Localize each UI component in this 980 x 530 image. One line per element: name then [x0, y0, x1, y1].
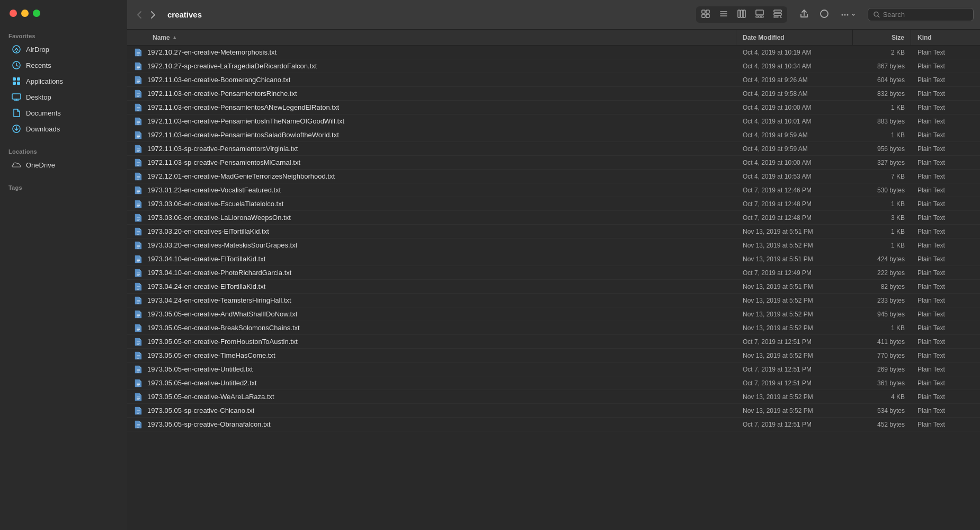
- file-row[interactable]: 1972.12.01-en-creative-MadGenieTerrorize…: [127, 170, 980, 183]
- file-icon: [133, 185, 143, 196]
- sidebar-item-desktop[interactable]: Desktop: [3, 90, 124, 104]
- file-row[interactable]: 1973.05.05-en-creative-BreakSolomonsChai…: [127, 321, 980, 335]
- file-kind: Plain Text: [911, 407, 980, 414]
- file-icon: [133, 47, 143, 58]
- svg-rect-22: [756, 16, 758, 17]
- file-name-text: 1973.03.20-en-creatives-MateskisSourGrap…: [147, 241, 297, 249]
- file-date: Oct 4, 2019 at 9:58 AM: [736, 90, 853, 98]
- file-row[interactable]: 1973.05.05-en-creative-WeAreLaRaza.txt N…: [127, 390, 980, 404]
- file-kind: Plain Text: [911, 352, 980, 359]
- file-row[interactable]: 1972.11.03-en-creative-PensamientorsRinc…: [127, 87, 980, 101]
- sidebar-item-applications[interactable]: Applications: [3, 74, 124, 89]
- col-kind-header[interactable]: Kind: [911, 30, 980, 45]
- file-kind: Plain Text: [911, 269, 980, 277]
- file-row[interactable]: 1973.03.20-en-creatives-MateskisSourGrap…: [127, 238, 980, 252]
- maximize-button[interactable]: [33, 10, 40, 17]
- file-icon: [133, 116, 143, 127]
- file-name-cell: 1972.11.03-sp-creative-PensamientosMiCar…: [127, 157, 736, 168]
- file-name-text: 1972.11.03-en-creative-BoomerangChicano.…: [147, 76, 290, 84]
- file-name-text: 1972.10.27-sp-creative-LaTragediaDeRicar…: [147, 62, 317, 70]
- file-row[interactable]: 1973.05.05-en-creative-Untitled.txt Oct …: [127, 363, 980, 376]
- col-date-header[interactable]: Date Modified: [736, 30, 853, 45]
- file-row[interactable]: 1973.04.10-en-creative-PhotoRichardGarci…: [127, 266, 980, 280]
- file-size: 1 KB: [853, 324, 911, 332]
- back-button[interactable]: [133, 8, 145, 21]
- sidebar-item-onedrive[interactable]: OneDrive: [3, 157, 124, 172]
- file-row[interactable]: 1972.11.03-en-creative-PensamientosInThe…: [127, 114, 980, 128]
- file-size: 361 bytes: [853, 379, 911, 387]
- svg-rect-12: [706, 10, 709, 13]
- file-row[interactable]: 1972.10.27-en-creative-Metemorphosis.txt…: [127, 46, 980, 59]
- file-row[interactable]: 1973.03.20-en-creatives-ElTortillaKid.tx…: [127, 225, 980, 238]
- svg-rect-27: [774, 16, 778, 17]
- sidebar-item-airdrop[interactable]: AirDrop: [3, 42, 124, 57]
- svg-rect-6: [17, 82, 20, 85]
- file-size: 411 bytes: [853, 338, 911, 346]
- documents-icon: [12, 108, 21, 118]
- svg-point-30: [844, 14, 846, 15]
- file-row[interactable]: 1973.03.06-en-creative-LaLloronaWeepsOn.…: [127, 211, 980, 225]
- file-icon: [133, 419, 143, 430]
- view-gallery-button[interactable]: [751, 7, 768, 22]
- file-icon: [133, 281, 143, 292]
- sidebar-item-label: Downloads: [26, 125, 60, 133]
- svg-rect-4: [17, 77, 20, 81]
- file-size: 2 KB: [853, 49, 911, 56]
- view-list-button[interactable]: [715, 7, 732, 22]
- sidebar-item-documents[interactable]: Documents: [3, 105, 124, 120]
- col-size-header[interactable]: Size: [853, 30, 911, 45]
- more-button[interactable]: [836, 8, 859, 22]
- file-icon: [133, 75, 143, 85]
- file-row[interactable]: 1973.05.05-en-creative-Untitled2.txt Oct…: [127, 376, 980, 390]
- file-name-text: 1972.11.03-sp-creative-PensamientorsVirg…: [147, 145, 298, 153]
- file-row[interactable]: 1973.05.05-en-creative-AndWhatShallIDoNo…: [127, 307, 980, 321]
- file-row[interactable]: 1972.10.27-sp-creative-LaTragediaDeRicar…: [127, 59, 980, 73]
- view-icons-button[interactable]: [697, 7, 714, 22]
- file-row[interactable]: 1973.04.10-en-creative-ElTortillaKid.txt…: [127, 252, 980, 266]
- file-row[interactable]: 1973.01.23-en-creative-VocalistFeatured.…: [127, 183, 980, 197]
- file-row[interactable]: 1973.03.06-en-creative-EscuelaTlatelolco…: [127, 197, 980, 211]
- tag-button[interactable]: [816, 7, 833, 23]
- file-row[interactable]: 1973.05.05-en-creative-TimeHasCome.txt N…: [127, 349, 980, 363]
- sidebar-item-downloads[interactable]: Downloads: [3, 121, 124, 136]
- file-kind: Plain Text: [911, 366, 980, 373]
- file-kind: Plain Text: [911, 49, 980, 56]
- airdrop-icon: [12, 45, 21, 54]
- file-row[interactable]: 1973.05.05-sp-creative-Chicano.txt Nov 1…: [127, 404, 980, 418]
- file-date: Oct 4, 2019 at 10:34 AM: [736, 63, 853, 70]
- sidebar-item-recents[interactable]: Recents: [3, 58, 124, 73]
- file-row[interactable]: 1973.04.24-en-creative-ElTortillaKid.txt…: [127, 280, 980, 294]
- view-columns-button[interactable]: [733, 7, 750, 22]
- svg-rect-19: [741, 10, 743, 17]
- svg-rect-7: [12, 94, 21, 99]
- file-size: 1 KB: [853, 228, 911, 235]
- file-row[interactable]: 1972.11.03-sp-creative-PensamientorsVirg…: [127, 142, 980, 156]
- search-input[interactable]: [883, 11, 968, 19]
- file-date: Oct 7, 2019 at 12:51 PM: [736, 421, 853, 428]
- file-row[interactable]: 1973.05.05-en-creative-FromHoustonToAust…: [127, 335, 980, 349]
- applications-icon: [12, 76, 21, 86]
- col-name-header[interactable]: Name ▲: [127, 30, 736, 45]
- file-icon: [133, 157, 143, 168]
- file-size: 7 KB: [853, 173, 911, 180]
- file-row[interactable]: 1973.04.24-en-creative-TeamstersHiringHa…: [127, 294, 980, 307]
- file-row[interactable]: 1973.05.05-sp-creative-Obranafalcon.txt …: [127, 418, 980, 431]
- file-row[interactable]: 1972.11.03-en-creative-BoomerangChicano.…: [127, 73, 980, 87]
- share-button[interactable]: [796, 7, 813, 23]
- file-row[interactable]: 1972.11.03-en-creative-PensamientosANewL…: [127, 101, 980, 114]
- close-button[interactable]: [10, 10, 17, 17]
- minimize-button[interactable]: [21, 10, 29, 17]
- file-name-text: 1973.03.20-en-creatives-ElTortillaKid.tx…: [147, 227, 269, 235]
- forward-button[interactable]: [147, 8, 159, 21]
- file-name-cell: 1973.03.20-en-creatives-MateskisSourGrap…: [127, 240, 736, 251]
- file-icon: [133, 226, 143, 237]
- file-row[interactable]: 1972.11.03-sp-creative-PensamientosMiCar…: [127, 156, 980, 170]
- search-box[interactable]: [868, 8, 974, 21]
- view-group-button[interactable]: [769, 7, 786, 22]
- file-row[interactable]: 1972.11.03-en-creative-PensamientosSalad…: [127, 128, 980, 142]
- file-date: Oct 7, 2019 at 12:51 PM: [736, 366, 853, 373]
- file-name-text: 1972.12.01-en-creative-MadGenieTerrorize…: [147, 172, 335, 180]
- file-name-cell: 1972.11.03-en-creative-PensamientosInThe…: [127, 116, 736, 127]
- file-size: 1 KB: [853, 104, 911, 111]
- file-name-cell: 1973.05.05-sp-creative-Obranafalcon.txt: [127, 419, 736, 430]
